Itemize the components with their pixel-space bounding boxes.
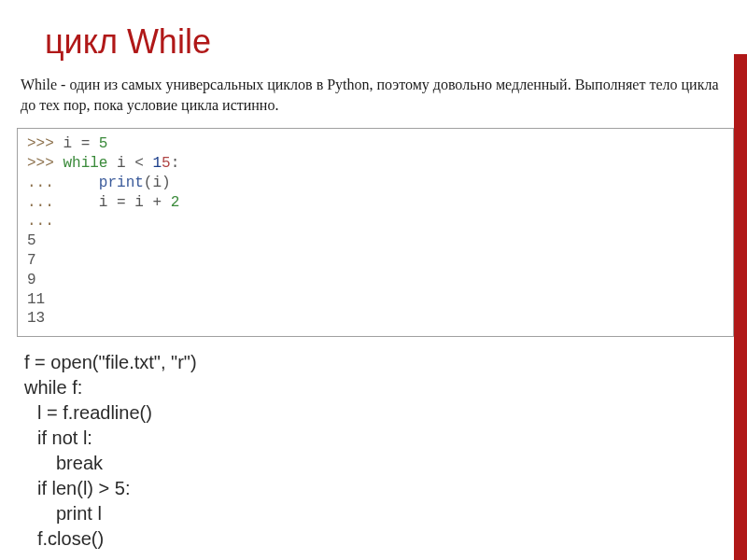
eq: = — [117, 194, 126, 211]
code-line: l = f.readline() — [24, 400, 747, 426]
var: i — [63, 135, 72, 152]
code-example-1: >>> i = 5 >>> while i < 15: ... print(i)… — [17, 128, 734, 337]
var: i — [134, 194, 144, 211]
code-line: f = open("file.txt", "r") — [24, 350, 747, 375]
output-line: 13 — [27, 310, 45, 327]
lt: < — [134, 155, 144, 172]
code-example-2: f = open("file.txt", "r") while f: l = f… — [0, 337, 747, 552]
paren: ) — [162, 175, 171, 191]
var: i — [152, 175, 162, 191]
code-line: if len(l) > 5: — [24, 476, 747, 501]
keyword-while: while — [63, 155, 107, 172]
prompt: >>> — [27, 135, 54, 152]
var: i — [117, 155, 126, 172]
code-line: break — [24, 451, 747, 476]
output-line: 7 — [27, 252, 36, 269]
paren: ( — [144, 175, 153, 191]
code-line: print l — [24, 501, 747, 526]
output-line: 11 — [27, 291, 45, 308]
colon: : — [171, 155, 180, 172]
fn-print: print — [99, 175, 144, 191]
num: 1 — [152, 155, 162, 172]
prompt-cont: ... — [27, 175, 54, 191]
code-line: f.close() — [24, 526, 747, 552]
output-line: 9 — [27, 272, 36, 288]
slide-description: While - один из самых универсальных цикл… — [0, 69, 747, 128]
plus: + — [152, 194, 162, 211]
num: 2 — [171, 194, 180, 211]
prompt-cont: ... — [27, 194, 54, 211]
prompt-cont: ... — [27, 213, 54, 230]
accent-bar — [734, 54, 747, 560]
var: i — [99, 194, 108, 211]
output-line: 5 — [27, 232, 36, 249]
num: 5 — [162, 155, 171, 172]
eq: = — [81, 135, 91, 152]
prompt: >>> — [27, 155, 54, 172]
num: 5 — [99, 135, 108, 152]
code-line: if not l: — [24, 426, 747, 451]
slide-title: цикл While — [0, 0, 747, 69]
code-line: while f: — [24, 375, 747, 400]
